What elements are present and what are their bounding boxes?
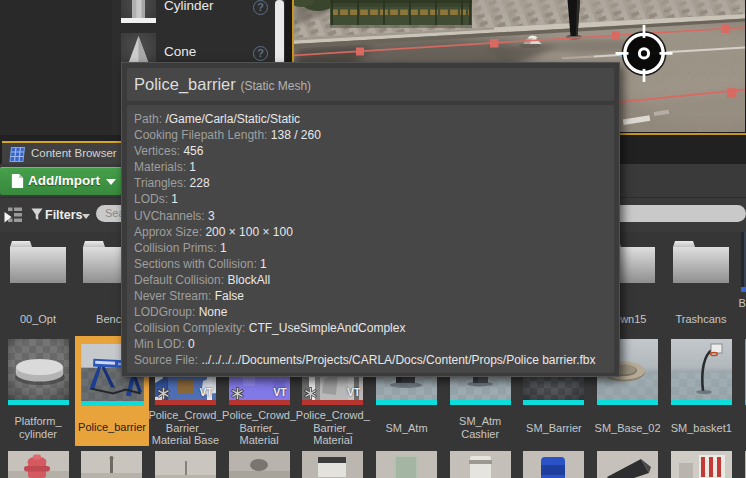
white-box-thumbnail (302, 451, 363, 478)
asset-label-line: Material (240, 434, 279, 446)
asset-label-line: Barrier_ (240, 422, 279, 434)
asset-label-line: Police_Crowd_ (148, 409, 222, 421)
dark-wedge-thumbnail (597, 451, 658, 478)
tooltip-row-value: 1 (260, 257, 267, 271)
asset-label-line: SM_Atm (459, 415, 501, 427)
place-item-cylinder[interactable]: Cylinder ? (112, 0, 285, 33)
striped-barrier-thumbnail (671, 451, 732, 478)
tooltip-row-value: BlockAll (227, 273, 270, 287)
asset-label: B (739, 297, 746, 310)
add-import-button[interactable]: Add/Import (0, 167, 122, 195)
tooltip-row-label: Never Stream: (134, 289, 211, 303)
static-mesh-color-strip (671, 400, 732, 405)
tooltip-row: Default Collision: BlockAll (134, 273, 614, 289)
static-mesh-color-strip (450, 400, 511, 405)
asset-label-line: Material (313, 434, 352, 446)
tooltip-row-label: Collision Complexity: (134, 321, 245, 335)
tooltip-row-value: 1 (189, 160, 196, 174)
tooltip-row-value: /Game/Carla/Static/Static (165, 112, 300, 126)
folder-label: Trashcans (659, 313, 743, 326)
asset-label-line: Police_Crowd_ (296, 409, 370, 421)
tooltip-row-value: CTF_UseSimpleAndComplex (249, 321, 406, 335)
unsaved-star-icon (231, 387, 244, 400)
tooltip-row: Source File: ../../../../Documents/Proje… (134, 353, 614, 369)
tooltip-row: Min LOD: 0 (134, 337, 614, 353)
tab-label: Content Browser (31, 147, 117, 159)
tooltip-title-bar: Police_barrier (Static Mesh) (127, 68, 614, 101)
folder-icon (672, 240, 731, 284)
tooltip-row: Never Stream: False (134, 289, 614, 305)
tooltip-row-value: False (215, 289, 244, 303)
shape-color-strip (121, 18, 156, 23)
static-mesh-color-strip (8, 400, 69, 405)
asset-label-line: cylinder (19, 428, 57, 440)
asset-label: SM_Atm (365, 422, 449, 435)
tooltip-row-value: 1 (220, 241, 227, 255)
tooltip-row-label: Path: (134, 112, 162, 126)
expand-sources-icon[interactable] (4, 207, 22, 224)
unreal-editor-window: Cylinder ? Cone ? (0, 0, 746, 478)
tooltip-row: Collision Complexity: CTF_UseSimpleAndCo… (134, 321, 614, 337)
tooltip-row-value: 3 (208, 209, 215, 223)
filter-funnel-icon[interactable] (31, 208, 43, 221)
asset-label: Police_Crowd_Barrier_Material (291, 409, 375, 447)
tooltip-row-label: Collision Prims: (134, 241, 217, 255)
tooltip-body: Path: /Game/Carla/Static/Static Cooking … (127, 105, 614, 373)
tooltip-row-value: ../../../../Documents/Projects/CARLA/Doc… (201, 353, 595, 367)
new-asset-icon (11, 173, 24, 189)
virtual-texture-badge: VT (199, 386, 212, 398)
tooltip-row-label: Triangles: (134, 176, 186, 190)
tooltip-row-value: None (199, 305, 228, 319)
tooltip-row: Triangles: 228 (134, 176, 614, 192)
pole-thumbnail (155, 451, 216, 478)
tooltip-row-label: UVChannels: (134, 209, 205, 223)
unsaved-star-icon (157, 387, 170, 400)
place-item-label: Cylinder (164, 0, 214, 13)
tooltip-row: Sections with Collision: 1 (134, 257, 614, 273)
tooltip-title: Police_barrier (Static Mesh) (134, 75, 311, 94)
static-mesh-color-strip (81, 401, 144, 406)
virtual-texture-badge: VT (273, 386, 286, 398)
asset-label: SM_AtmCashier (438, 415, 522, 440)
asset-label: Police_Crowd_Barrier_Material (217, 409, 301, 447)
tooltip-row: Vertices: 456 (134, 144, 614, 160)
tooltip-row: UVChannels: 3 (134, 209, 614, 225)
tooltip-row: Cooking Filepath Length: 138 / 260 (134, 128, 614, 144)
folder-icon (9, 240, 68, 284)
mailbox-thumbnail (523, 451, 584, 478)
asset-label-line: Material Base (152, 434, 219, 446)
virtual-texture-badge: VT (347, 386, 360, 398)
tooltip-row: Path: /Game/Carla/Static/Static (134, 112, 614, 128)
add-import-label: Add/Import (28, 173, 100, 188)
tooltip-row-label: LODs: (134, 192, 168, 206)
tooltip-row-label: Approx Size: (134, 225, 202, 239)
chevron-down-icon[interactable] (82, 214, 90, 219)
material-color-strip (155, 400, 216, 405)
blueprint-color-strip (741, 287, 746, 292)
tooltip-row-value: 0 (188, 337, 195, 351)
tooltip-asset-type: (Static Mesh) (240, 79, 311, 93)
asset-thumbnail (671, 339, 732, 400)
tooltip-row-value: 138 / 260 (271, 128, 321, 142)
asset-label-line: Platform_ (14, 415, 61, 427)
tooltip-row-value: 456 (183, 144, 203, 158)
help-icon[interactable]: ? (253, 0, 268, 15)
tooltip-row: Materials: 1 (134, 160, 614, 176)
asset-label: Police_barrier (70, 421, 154, 434)
asset-label: Platform_cylinder (0, 415, 80, 440)
asset-label: SM_Barrier (512, 422, 596, 435)
material-color-strip (229, 400, 290, 405)
filters-label[interactable]: Filters (45, 208, 83, 222)
asset-label-line: Barrier_ (166, 422, 205, 434)
cabinet-thumbnail (376, 451, 437, 478)
static-mesh-color-strip (523, 400, 584, 405)
trash-bin-thumbnail (450, 451, 511, 478)
tooltip-row-label: Default Collision: (134, 273, 224, 287)
asset-thumbnail (741, 232, 746, 287)
tooltip-row: Collision Prims: 1 (134, 241, 614, 257)
help-icon[interactable]: ? (253, 46, 268, 61)
tooltip-row: LODs: 1 (134, 192, 614, 208)
folder-label: 00_Opt (0, 313, 80, 326)
asset-label-line: Police_Crowd_ (222, 409, 296, 421)
tooltip-row-label: Sections with Collision: (134, 257, 257, 271)
